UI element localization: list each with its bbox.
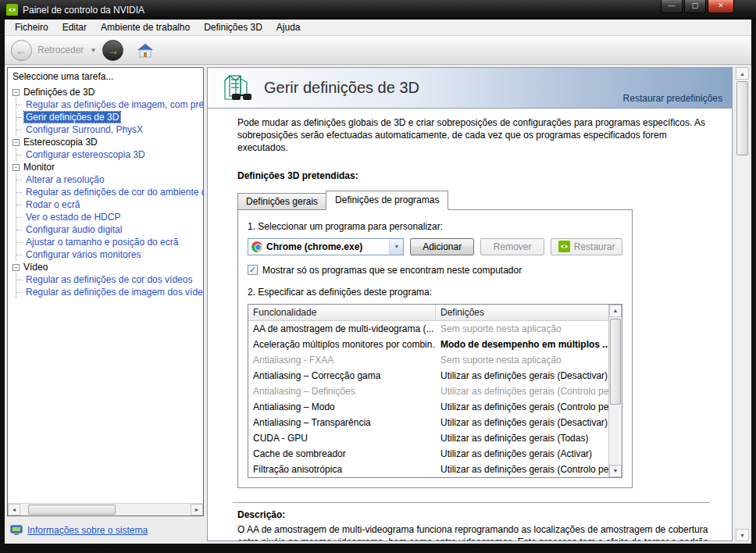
menu-definicoes-3d[interactable]: Definições 3D	[197, 20, 269, 34]
home-icon	[137, 43, 154, 58]
main-area: Gerir definições de 3D Restaurar predefi…	[207, 67, 749, 541]
program-select[interactable]: Chrome (chrome.exe) ▼	[248, 238, 404, 255]
table-row[interactable]: Cache de sombreador Utilizar as definiçõ…	[248, 446, 608, 462]
main-content: Pode mudar as definições globais de 3D e…	[208, 109, 732, 541]
restore-button[interactable]: Restaurar	[551, 238, 622, 255]
chrome-icon	[251, 241, 262, 252]
nvidia-logo-icon	[6, 4, 18, 16]
sidebar-item-change-resolution[interactable]: Alterar a resolução	[16, 173, 203, 186]
menu-ficheiro[interactable]: Ficheiro	[8, 20, 55, 34]
close-icon: ✕	[718, 2, 724, 9]
scroll-down-button[interactable]: ▼	[736, 529, 749, 541]
scroll-right-icon: ►	[194, 507, 200, 512]
sidebar-item-rotate-display[interactable]: Rodar o ecrã	[16, 198, 203, 211]
window-controls: — ▢ ✕	[661, 0, 734, 13]
table-row[interactable]: Antialiasing – Correcção gama Utilizar a…	[248, 368, 608, 384]
sidebar-item-manage-3d-settings[interactable]: Gerir definições de 3D	[16, 111, 203, 123]
forward-arrow-icon: →	[107, 44, 119, 57]
tree-group-video: - Vídeo Regular as definições de cor dos…	[12, 261, 203, 298]
scroll-up-button[interactable]: ▲	[609, 305, 622, 317]
program-settings-panel: 1. Seleccionar um programa para personal…	[237, 209, 633, 488]
combo-dropdown-button[interactable]: ▼	[389, 239, 403, 255]
table-row[interactable]: CUDA - GPU Utilizar as definições gerais…	[248, 430, 608, 446]
scroll-down-icon: ▼	[740, 533, 745, 538]
sidebar-item-adjust-size-position[interactable]: Ajustar o tamanho e posição do ecrã	[16, 236, 203, 248]
sidebar-item-set-up-multiple-displays[interactable]: Configurar vários monitores	[16, 248, 203, 261]
titlebar: Painel de controlo da NVIDIA — ▢ ✕	[0, 0, 756, 20]
table-row[interactable]: AA de amostragem de multi-videograma (..…	[248, 321, 608, 337]
menu-editar[interactable]: Editar	[55, 20, 94, 34]
menu-ambiente-de-trabalho[interactable]: Ambiente de trabalho	[94, 20, 197, 34]
show-only-programs-row: ✓ Mostrar só os programas que se encontr…	[248, 265, 622, 276]
table-vertical-scrollbar: ▲ ▼	[608, 305, 622, 477]
nvidia-control-panel-window: Painel de controlo da NVIDIA — ▢ ✕ Fiche…	[0, 0, 756, 553]
table-row[interactable]: Antialiasing – Definições Utilizar as de…	[248, 384, 608, 399]
menubar: Ficheiro Editar Ambiente de trabalho Def…	[5, 20, 751, 36]
scrollbar-thumb[interactable]	[28, 505, 116, 515]
table-row[interactable]: Filtração anisotrópica Utilizar as defin…	[248, 462, 608, 477]
table-row[interactable]: Aceleração múltiplos monitores por combi…	[248, 337, 608, 352]
back-button[interactable]: ←	[11, 40, 32, 61]
collapse-expander-icon[interactable]: -	[12, 164, 20, 171]
scroll-down-button[interactable]: ▼	[609, 465, 622, 477]
tab-program-settings[interactable]: Definições de programas	[326, 191, 448, 210]
home-button[interactable]	[137, 43, 154, 58]
sidebar-item-view-hdcp-status[interactable]: Ver o estado de HDCP	[16, 211, 203, 223]
description-text: O AA de amostragem de multi-videograma f…	[237, 523, 711, 541]
sidebar: Seleccione uma tarefa... - Definições de…	[7, 67, 204, 541]
column-header-feature[interactable]: Funcionalidade	[248, 305, 436, 320]
settings-tabs: Definições gerais Definições de programa…	[237, 191, 711, 210]
description-separator	[233, 502, 710, 503]
table-row[interactable]: Antialiasing – Modo Utilizar as definiçõ…	[248, 399, 608, 415]
description-heading: Descrição:	[237, 509, 711, 520]
sidebar-item-configure-stereoscopic-3d[interactable]: Configurar estereoscopia 3D	[16, 148, 203, 161]
back-arrow-icon: ←	[16, 44, 27, 57]
maximize-button[interactable]: ▢	[684, 0, 706, 13]
tree-group-label: Estereoscopia 3D	[23, 137, 98, 148]
maximize-icon: ▢	[692, 2, 699, 9]
scrollbar-thumb[interactable]	[736, 81, 748, 155]
window-frame: Ficheiro Editar Ambiente de trabalho Def…	[5, 20, 751, 544]
system-information-link[interactable]: Informações sobre o sistema	[27, 525, 148, 536]
scrollbar-track[interactable]	[736, 80, 749, 529]
collapse-expander-icon[interactable]: -	[12, 139, 20, 146]
history-dropdown-icon[interactable]: ▼	[90, 47, 96, 54]
sidebar-item-adjust-video-color[interactable]: Regular as definições de cor dos vídeos	[16, 273, 203, 286]
sidebar-horizontal-scrollbar: ◄ ►	[8, 503, 203, 516]
show-only-programs-label: Mostrar só os programas que se encontram…	[262, 265, 522, 276]
sidebar-item-adjust-image-settings[interactable]: Regular as definições de imagem, com pré…	[16, 98, 203, 111]
table-rows: AA de amostragem de multi-videograma (..…	[248, 321, 608, 477]
tab-global-settings[interactable]: Definições gerais	[237, 193, 326, 210]
scroll-right-button[interactable]: ►	[191, 504, 203, 516]
scroll-left-button[interactable]: ◄	[8, 504, 20, 516]
sidebar-item-configure-surround-physx[interactable]: Configurar Surround, PhysX	[16, 123, 203, 136]
sidebar-item-configure-digital-audio[interactable]: Configurar áudio digital	[16, 223, 203, 236]
sidebar-item-adjust-desktop-color[interactable]: Regular as definições de cor do ambiente…	[16, 186, 203, 198]
nvidia-restore-icon	[558, 241, 570, 252]
column-header-setting[interactable]: Definições	[436, 305, 489, 320]
show-only-programs-checkbox[interactable]: ✓	[248, 265, 258, 275]
scrollbar-track[interactable]	[20, 504, 191, 516]
table-row[interactable]: Antialiasing – Transparência Utilizar as…	[248, 415, 608, 430]
back-label: Retroceder	[37, 45, 84, 55]
system-info-icon	[10, 525, 23, 536]
restore-defaults-link[interactable]: Restaurar predefinições	[623, 93, 722, 104]
scrollbar-thumb[interactable]	[610, 319, 621, 405]
add-button[interactable]: Adicionar	[410, 238, 474, 255]
menu-ajuda[interactable]: Ajuda	[269, 20, 308, 34]
page-header: Gerir definições de 3D Restaurar predefi…	[208, 68, 732, 109]
remove-button[interactable]: Remover	[480, 238, 544, 255]
toolbar: ← Retroceder ▼ →	[5, 36, 751, 65]
collapse-expander-icon[interactable]: -	[12, 89, 20, 96]
collapse-expander-icon[interactable]: -	[12, 264, 20, 271]
main-pane: Gerir definições de 3D Restaurar predefi…	[207, 67, 733, 541]
minimize-button[interactable]: —	[661, 0, 683, 13]
forward-button[interactable]: →	[102, 40, 123, 61]
sidebar-header: Seleccione uma tarefa...	[8, 68, 203, 84]
close-button[interactable]: ✕	[708, 0, 734, 13]
table-row[interactable]: Antialiasing - FXAA Sem suporte nesta ap…	[248, 352, 608, 368]
scrollbar-track[interactable]	[609, 317, 622, 465]
sidebar-item-adjust-video-image[interactable]: Regular as definições de imagem dos víde…	[16, 286, 203, 298]
chevron-down-icon: ▼	[394, 244, 399, 249]
scroll-up-button[interactable]: ▲	[736, 67, 749, 80]
